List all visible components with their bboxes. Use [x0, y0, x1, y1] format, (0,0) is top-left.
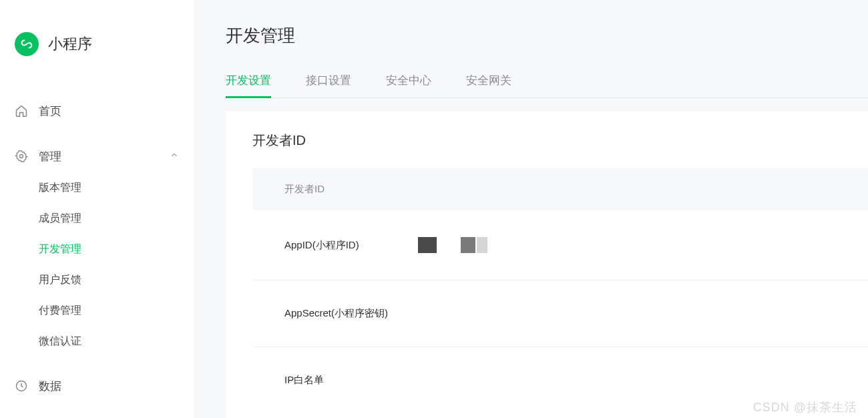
- redacted-block: [418, 237, 437, 253]
- home-icon: [15, 104, 28, 118]
- sidebar-subitem-dev[interactable]: 开发管理: [0, 234, 194, 264]
- row-label-ipwhitelist: IP白名单: [284, 374, 418, 387]
- redacted-block: [461, 237, 475, 253]
- main-content: 开发管理 开发设置 接口设置 安全中心 安全网关 开发者ID 开发者ID App…: [194, 0, 868, 418]
- app-logo-icon: [15, 32, 39, 56]
- tab-security-gateway[interactable]: 安全网关: [466, 73, 511, 97]
- table-header: 开发者ID: [252, 168, 868, 210]
- row-label-appsecret: AppSecret(小程序密钥): [284, 307, 418, 320]
- sidebar-item-manage[interactable]: 管理: [0, 140, 194, 172]
- table-header-label: 开发者ID: [284, 183, 324, 194]
- section-title: 开发者ID: [252, 132, 868, 150]
- app-logo-row: 小程序: [0, 32, 194, 56]
- tab-label: 安全中心: [386, 74, 431, 87]
- sidebar-item-home[interactable]: 首页: [0, 95, 194, 127]
- tab-label: 开发设置: [226, 74, 271, 87]
- gear-icon: [15, 150, 28, 163]
- sidebar-subitem-label: 微信认证: [39, 335, 81, 349]
- sidebar-item-basic-features[interactable]: 基础功能: [0, 415, 194, 418]
- tab-security-center[interactable]: 安全中心: [386, 73, 431, 97]
- table-row: AppID(小程序ID): [252, 210, 868, 280]
- sidebar-item-data[interactable]: 数据: [0, 370, 194, 402]
- sidebar-subitem-billing[interactable]: 付费管理: [0, 295, 194, 326]
- sidebar-subitem-label: 付费管理: [39, 304, 81, 318]
- app-name: 小程序: [48, 34, 92, 54]
- table-row: IP白名单: [252, 347, 868, 413]
- sidebar-subitem-members[interactable]: 成员管理: [0, 203, 194, 234]
- sidebar-subitem-feedback[interactable]: 用户反馈: [0, 264, 194, 295]
- sidebar-item-label: 数据: [39, 379, 61, 394]
- page-title: 开发管理: [226, 24, 868, 47]
- sidebar-subitem-label: 成员管理: [39, 212, 81, 226]
- row-label-appid: AppID(小程序ID): [284, 239, 418, 252]
- chevron-up-icon: [170, 150, 179, 163]
- sidebar-subitem-label: 版本管理: [39, 181, 81, 195]
- clock-icon: [15, 379, 28, 393]
- tabs: 开发设置 接口设置 安全中心 安全网关: [226, 73, 868, 98]
- sidebar-subitem-label: 用户反馈: [39, 273, 81, 287]
- tab-label: 安全网关: [466, 74, 511, 87]
- sidebar-subitem-label: 开发管理: [39, 242, 81, 256]
- sidebar-subitem-version[interactable]: 版本管理: [0, 172, 194, 203]
- sidebar-subitem-verify[interactable]: 微信认证: [0, 326, 194, 357]
- redacted-block: [477, 237, 487, 253]
- developer-id-table: 开发者ID AppID(小程序ID) AppSecret(小程序密钥) IP白名…: [252, 168, 868, 413]
- table-row: AppSecret(小程序密钥): [252, 280, 868, 347]
- sidebar-item-label: 管理: [39, 149, 61, 164]
- svg-point-0: [20, 155, 23, 158]
- sidebar: 小程序 首页 管理 版本管理 成员管理 开发管理: [0, 0, 194, 418]
- tab-api-settings[interactable]: 接口设置: [306, 73, 351, 97]
- tab-dev-settings[interactable]: 开发设置: [226, 73, 271, 97]
- sidebar-item-label: 首页: [39, 103, 61, 119]
- redacted-value: [418, 237, 487, 253]
- tab-label: 接口设置: [306, 74, 351, 87]
- content-card: 开发者ID 开发者ID AppID(小程序ID) AppSecret(小程序密钥…: [226, 112, 868, 418]
